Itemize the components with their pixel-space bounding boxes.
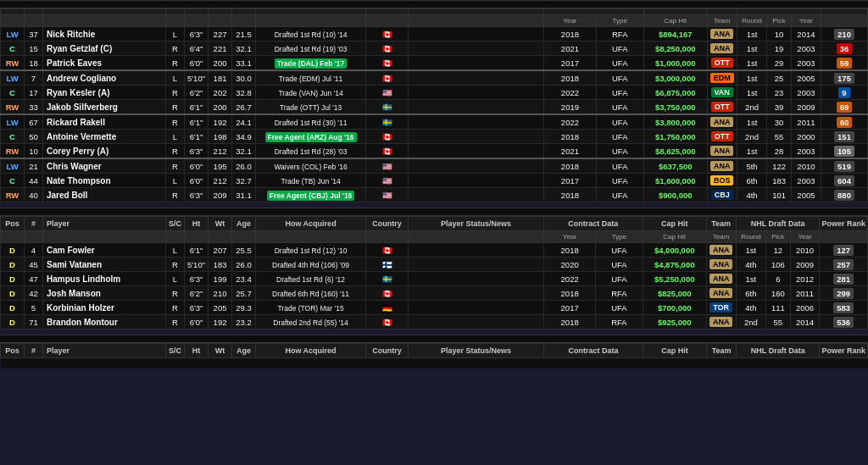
- contract-type: UFA: [596, 114, 643, 130]
- player-age: 32.7: [232, 174, 256, 188]
- player-status: [409, 114, 544, 130]
- draft-round: 6th: [736, 286, 765, 301]
- player-wt: 192: [209, 114, 232, 130]
- player-wt: 183: [209, 257, 232, 272]
- contract-team: ANA: [707, 144, 737, 159]
- player-ht: 6'1": [185, 114, 209, 130]
- player-name: Cam Fowler: [43, 243, 166, 257]
- contract-year: 2020: [544, 257, 596, 272]
- player-acquired: Drafted 1st Rd (10) '14: [256, 27, 366, 42]
- draft-year: 2003: [791, 86, 821, 100]
- power-rank: 69: [821, 100, 868, 115]
- contract-team: ANA: [706, 257, 736, 272]
- player-status: [409, 243, 544, 257]
- contract-cap-hit: $3,800,000: [643, 114, 707, 130]
- player-sc: R: [166, 315, 185, 329]
- player-pos: C: [1, 174, 25, 188]
- contract-type: RFA: [596, 315, 643, 329]
- player-age: 29.3: [232, 301, 256, 315]
- contract-cap-hit: $894,167: [643, 27, 707, 42]
- contract-type: UFA: [596, 56, 643, 71]
- draft-round: 1st: [737, 144, 767, 159]
- player-num: 15: [25, 42, 43, 56]
- player-wt: 209: [209, 188, 232, 202]
- player-sc: R: [166, 301, 185, 315]
- col-age: [232, 9, 256, 15]
- player-num: 10: [25, 144, 43, 159]
- player-status: [409, 272, 544, 286]
- player-flag: 🇫🇮: [366, 257, 409, 272]
- draft-round: 1st: [736, 272, 765, 286]
- main-container: Year Type Cap Hit Team Round Pick Year L…: [0, 0, 868, 368]
- sub-year: Year: [544, 15, 597, 27]
- player-age: 25.5: [232, 243, 256, 257]
- draft-pick: 6: [766, 272, 790, 286]
- player-age: 34.9: [232, 130, 256, 144]
- table-row: [1, 358, 868, 368]
- player-age: 23.4: [232, 272, 256, 286]
- contract-year: 2017: [544, 301, 596, 315]
- contract-cap-hit: $8,250,000: [643, 42, 707, 56]
- player-flag: 🇨🇦: [366, 144, 409, 159]
- col-num: [25, 9, 43, 15]
- draft-pick: 111: [766, 301, 790, 315]
- contract-team: ANA: [706, 286, 736, 301]
- contract-cap-hit: $4,000,000: [643, 243, 706, 257]
- draft-year: 2011: [791, 114, 821, 130]
- contract-team: ANA: [707, 42, 737, 56]
- lines-tbody: LW 37 Nick Ritchie L 6'3" 227 21.5 Draft…: [1, 27, 868, 202]
- defense-table: Pos # Player S/C Ht Wt Age How Acquired …: [0, 216, 868, 329]
- contract-cap-hit: $700,000: [643, 301, 706, 315]
- goalies-table: Pos # Player S/C Ht Wt Age How Acquired …: [0, 343, 868, 368]
- player-sc: R: [166, 286, 185, 301]
- player-name: Brandon Montour: [43, 315, 166, 329]
- draft-pick: 106: [766, 257, 790, 272]
- power-rank: 9: [821, 86, 868, 100]
- power-rank: 519: [821, 158, 868, 174]
- player-wt: 199: [209, 272, 232, 286]
- player-num: 50: [25, 130, 43, 144]
- player-wt: 192: [209, 315, 232, 329]
- draft-year: 2003: [791, 144, 821, 159]
- draft-round: 1st: [737, 86, 767, 100]
- player-flag: 🇨🇦: [366, 130, 409, 144]
- contract-year: 2018: [544, 70, 597, 86]
- defense-section-header: [0, 208, 868, 216]
- player-flag: 🇨🇦: [366, 56, 409, 71]
- table-row: LW 67 Rickard Rakell R 6'1" 192 24.1 Dra…: [1, 114, 868, 130]
- player-acquired: Trade (OTT) Jul '13: [256, 100, 366, 115]
- power-rank: 59: [821, 56, 868, 71]
- player-wt: 210: [209, 286, 232, 301]
- player-status: [409, 144, 544, 159]
- player-flag: 🇩🇪: [366, 301, 409, 315]
- defense-tbody: D 4 Cam Fowler L 6'1" 207 25.5 Drafted 1…: [1, 243, 868, 329]
- contract-year: 2018: [544, 315, 596, 329]
- player-ht: 6'2": [185, 286, 209, 301]
- power-rank: 299: [820, 286, 868, 301]
- player-pos: D: [1, 286, 25, 301]
- player-num: 40: [25, 188, 43, 202]
- table-row: LW 37 Nick Ritchie L 6'3" 227 21.5 Draft…: [1, 27, 868, 42]
- col-power-rank: [821, 9, 868, 15]
- player-num: 5: [25, 301, 43, 315]
- power-rank: 583: [820, 301, 868, 315]
- col-country: [366, 9, 409, 15]
- player-flag: 🇸🇪: [366, 114, 409, 130]
- player-age: 25.7: [232, 286, 256, 301]
- player-pos: D: [1, 243, 25, 257]
- draft-round: 6th: [737, 174, 767, 188]
- table-row: LW 7 Andrew Cogliano L 5'10" 181 30.0 Tr…: [1, 70, 868, 86]
- draft-year: 2014: [790, 315, 820, 329]
- player-age: 31.1: [232, 188, 256, 202]
- player-status: [409, 286, 544, 301]
- player-acquired: Drafted 1st Rd (19) '03: [256, 42, 366, 56]
- player-name: Josh Manson: [43, 286, 166, 301]
- col-cap-hit: [643, 9, 707, 15]
- draft-round: 5th: [737, 158, 767, 174]
- player-acquired: Drafted 4th Rd (106) '09: [256, 257, 366, 272]
- contract-type: UFA: [596, 174, 643, 188]
- player-flag: 🇸🇪: [366, 272, 409, 286]
- draft-year: 2006: [790, 301, 820, 315]
- player-acquired: Trade (EDM) Jul '11: [256, 70, 366, 86]
- player-ht: 6'4": [185, 42, 209, 56]
